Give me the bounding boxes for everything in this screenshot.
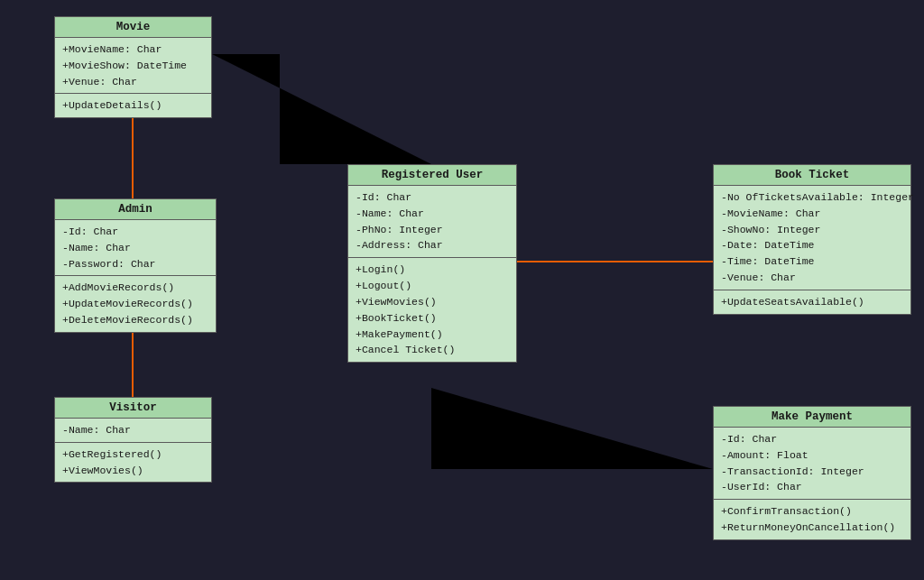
movie-attr-2: +MovieShow: DateTime [62, 58, 204, 74]
movie-class: Movie +MovieName: Char +MovieShow: DateT… [54, 16, 212, 118]
bt-attr-1: -No OfTicketsAvailable: Integer [721, 189, 903, 206]
registered-user-methods: +Login() +Logout() +ViewMovies() +BookTi… [348, 258, 516, 362]
ru-method-1: +Login() [356, 262, 509, 278]
bt-attr-6: -Venue: Char [721, 270, 903, 286]
book-ticket-class-title: Book Ticket [714, 165, 910, 186]
movie-attr-1: +MovieName: Char [62, 41, 204, 58]
diagram-container: Movie +MovieName: Char +MovieShow: DateT… [0, 0, 924, 580]
visitor-attributes: -Name: Char [55, 419, 211, 443]
mp-attr-4: -UserId: Char [721, 479, 903, 495]
ru-attr-4: -Address: Char [356, 237, 509, 253]
make-payment-attributes: -Id: Char -Amount: Float -TransactionId:… [714, 428, 910, 500]
make-payment-class-title: Make Payment [714, 407, 910, 428]
book-ticket-methods: +UpdateSeatsAvailable() [714, 290, 910, 314]
movie-attr-3: +Venue: Char [62, 74, 204, 90]
book-ticket-class: Book Ticket -No OfTicketsAvailable: Inte… [713, 164, 911, 315]
bt-attr-3: -ShowNo: Integer [721, 222, 903, 238]
ru-attr-3: -PhNo: Integer [356, 222, 509, 238]
visitor-class: Visitor -Name: Char +GetRegistered() +Vi… [54, 397, 212, 483]
bt-attr-2: -MovieName: Char [721, 206, 903, 222]
make-payment-methods: +ConfirmTransaction() +ReturnMoneyOnCanc… [714, 500, 910, 539]
visitor-attr-1: -Name: Char [62, 422, 204, 438]
ru-method-3: +ViewMovies() [356, 294, 509, 310]
registered-user-attributes: -Id: Char -Name: Char -PhNo: Integer -Ad… [348, 186, 516, 258]
bt-attr-5: -Time: DateTime [721, 253, 903, 270]
admin-method-3: +DeleteMovieRecords() [62, 312, 208, 328]
ru-method-6: +Cancel Ticket() [356, 342, 509, 358]
mp-method-1: +ConfirmTransaction() [721, 503, 903, 520]
ru-attr-2: -Name: Char [356, 206, 509, 222]
admin-attr-3: -Password: Char [62, 256, 208, 272]
admin-attributes: -Id: Char -Name: Char -Password: Char [55, 220, 216, 276]
movie-class-title: Movie [55, 17, 211, 38]
visitor-method-2: +ViewMovies() [62, 463, 204, 479]
make-payment-class: Make Payment -Id: Char -Amount: Float -T… [713, 406, 911, 540]
movie-method-1: +UpdateDetails() [62, 97, 204, 114]
ru-attr-1: -Id: Char [356, 189, 509, 206]
admin-method-2: +UpdateMovieRecords() [62, 296, 208, 312]
visitor-methods: +GetRegistered() +ViewMovies() [55, 443, 211, 483]
movie-methods: +UpdateDetails() [55, 94, 211, 117]
bt-attr-4: -Date: DateTime [721, 237, 903, 253]
mp-attr-3: -TransactionId: Integer [721, 464, 903, 480]
ru-method-2: +Logout() [356, 278, 509, 294]
registered-user-class: Registered User -Id: Char -Name: Char -P… [347, 164, 517, 363]
mp-method-2: +ReturnMoneyOnCancellation() [721, 520, 903, 536]
admin-methods: +AddMovieRecords() +UpdateMovieRecords()… [55, 276, 216, 331]
ru-method-5: +MakePayment() [356, 327, 509, 343]
visitor-method-1: +GetRegistered() [62, 447, 204, 463]
movie-attributes: +MovieName: Char +MovieShow: DateTime +V… [55, 38, 211, 94]
visitor-class-title: Visitor [55, 398, 211, 419]
admin-class: Admin -Id: Char -Name: Char -Password: C… [54, 198, 217, 333]
book-ticket-attributes: -No OfTicketsAvailable: Integer -MovieNa… [714, 186, 910, 290]
admin-attr-1: -Id: Char [62, 224, 208, 240]
ru-method-4: +BookTicket() [356, 310, 509, 327]
bt-method-1: +UpdateSeatsAvailable() [721, 294, 903, 310]
mp-attr-1: -Id: Char [721, 431, 903, 447]
mp-attr-2: -Amount: Float [721, 447, 903, 464]
admin-method-1: +AddMovieRecords() [62, 280, 208, 296]
registered-user-class-title: Registered User [348, 165, 516, 186]
admin-class-title: Admin [55, 199, 216, 220]
admin-attr-2: -Name: Char [62, 240, 208, 256]
